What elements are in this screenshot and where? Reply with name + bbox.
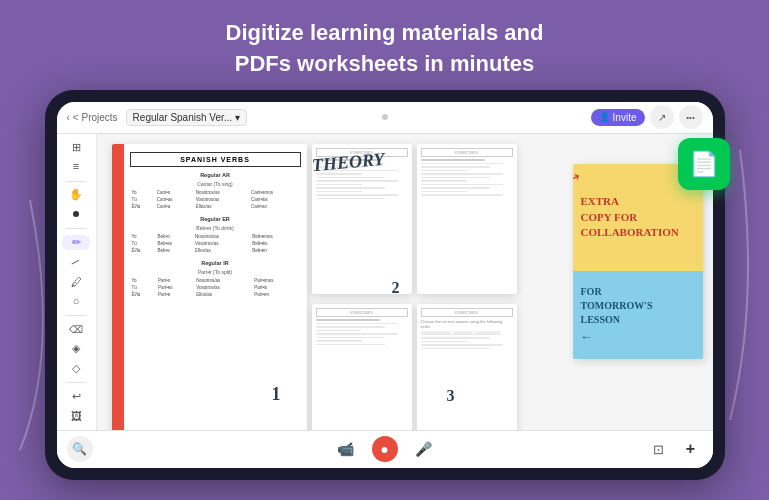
ir-row-3: Él/laPart•e Ellos/asPart•en <box>130 291 301 298</box>
share-button[interactable]: ↗ <box>650 105 674 129</box>
ir-row-2: TúPart•es Vosotros/asPart•is <box>130 284 301 291</box>
bottom-right-actions: ⊡ + <box>645 435 703 463</box>
worksheet-page-5: EXERCISES Choose the correct answer usin… <box>417 304 517 430</box>
er-header: Regular ER <box>130 216 301 222</box>
eraser-icon: ⌫ <box>69 324 83 335</box>
tool-undo[interactable]: ↩ <box>62 388 90 404</box>
header-section: Digitize learning materials and PDFs wor… <box>0 0 769 90</box>
worksheet-content: SPANISH VERBS Regular AR Cantar (To sing… <box>124 144 307 312</box>
image-icon: 🖼 <box>71 410 82 422</box>
worksheet-page-3: EXERCISES <box>417 144 517 294</box>
share-icon: ↗ <box>658 112 666 123</box>
tool-eraser[interactable]: ⌫ <box>62 321 90 337</box>
exercises-header-5: EXERCISES <box>421 308 513 317</box>
canvas-area[interactable]: THEORY SPANISH VERBS Regular AR Cantar (… <box>97 134 713 430</box>
page4-content: EXERCISES <box>312 304 412 352</box>
worksheet-page-4: EXERCISES <box>312 304 412 430</box>
ar-header: Regular AR <box>130 172 301 178</box>
menu-icon: ≡ <box>73 161 79 172</box>
back-button[interactable]: ‹ < Projects <box>67 112 118 123</box>
toolbar-separator-1 <box>66 181 86 182</box>
ar-group: Regular AR Cantar (To sing) YoCant•o Nos… <box>130 172 301 210</box>
ir-row-1: YoPart•o Nosotros/asPart•imos <box>130 277 301 284</box>
tool-shapes[interactable]: ◇ <box>62 360 90 376</box>
top-right-actions: 👤 Invite ↗ ••• <box>591 105 703 129</box>
ir-group: Regular IR Part•ir (To split) YoPart•o N… <box>130 260 301 298</box>
main-content-area: ⊞ ≡ ✋ ✏ <box>57 134 713 430</box>
document-fab-button[interactable]: 📄 <box>678 138 730 190</box>
er-row-2: TúBeb•es Vosotros/asBeb•éis <box>130 240 301 247</box>
line-icon: / <box>71 257 82 268</box>
header-line1: Digitize learning materials and <box>226 20 544 45</box>
person-icon: 👤 <box>599 112 610 122</box>
record-button[interactable]: ● <box>372 436 398 462</box>
page3-lines <box>421 159 513 196</box>
exercises-header-4: EXERCISES <box>316 308 408 317</box>
worksheet-title: SPANISH VERBS <box>130 152 301 167</box>
er-row-3: Él/laBeb•e Ellos/asBeb•en <box>130 247 301 254</box>
tablet-screen: ‹ < Projects Regular Spanish Ver... ▾ 👤 … <box>57 102 713 468</box>
search-icon: 🔍 <box>72 442 87 456</box>
pages-button[interactable]: ⊡ <box>645 435 673 463</box>
sticky-text-extra: EXTRACOPY FORCOLLABORATION <box>581 194 695 240</box>
tool-pencil[interactable]: ✏ <box>62 235 90 251</box>
tablet-device: ‹ < Projects Regular Spanish Ver... ▾ 👤 … <box>45 90 725 480</box>
invite-label: Invite <box>613 112 637 123</box>
tool-dot[interactable] <box>62 207 90 223</box>
camera-dot <box>382 114 388 120</box>
ar-row-2: TúCant•as Vosotros/asCant•áis <box>130 196 301 203</box>
er-group: Regular ER Beb•er (To drink) YoBeb•o Nos… <box>130 216 301 254</box>
ir-table: YoPart•o Nosotros/asPart•imos TúPart•es … <box>130 277 301 298</box>
ir-subtitle: Part•ir (To split) <box>130 269 301 275</box>
toolbar-separator-2 <box>66 228 86 229</box>
toolbar-separator-3 <box>66 315 86 316</box>
video-button[interactable]: 📹 <box>332 435 360 463</box>
ar-subtitle: Cantar (To sing) <box>130 181 301 187</box>
exercises-header-3: EXERCISES <box>421 148 513 157</box>
pen-icon: 🖊 <box>71 276 82 288</box>
app-background: Digitize learning materials and PDFs wor… <box>0 0 769 500</box>
hand-icon: ✋ <box>69 188 83 201</box>
er-subtitle: Beb•er (To drink) <box>130 225 301 231</box>
tool-hand[interactable]: ✋ <box>62 187 90 203</box>
chevron-left-icon: ‹ <box>67 112 70 123</box>
undo-icon: ↩ <box>72 390 81 403</box>
page-number-1: 1 <box>272 384 281 405</box>
tool-image[interactable]: 🖼 <box>62 408 90 424</box>
red-stripe <box>112 144 124 430</box>
tool-oval[interactable]: ○ <box>62 293 90 309</box>
pencil-icon: ✏ <box>72 236 81 249</box>
fill-icon: ◈ <box>72 342 80 355</box>
page-number-3: 3 <box>447 387 455 405</box>
ar-table: YoCant•o Nosotros/asCant•amos TúCant•as … <box>130 189 301 210</box>
chevron-down-icon: ▾ <box>235 112 240 123</box>
add-button[interactable]: + <box>679 437 703 461</box>
search-button[interactable]: 🔍 <box>67 436 93 462</box>
sticky-note-bottom: FORTOMORROW'SLESSON ← <box>573 271 703 359</box>
add-icon: + <box>686 440 695 458</box>
video-icon: 📹 <box>337 441 354 457</box>
layers-icon: ⊞ <box>72 141 81 154</box>
more-options-button[interactable]: ••• <box>679 105 703 129</box>
left-toolbar: ⊞ ≡ ✋ ✏ <box>57 134 97 430</box>
mic-icon: 🎤 <box>415 441 432 457</box>
record-icon: ● <box>380 441 388 457</box>
er-table: YoBeb•o Nosotros/asBeb•emos TúBeb•es Vos… <box>130 233 301 254</box>
version-dropdown[interactable]: Regular Spanish Ver... ▾ <box>126 109 248 126</box>
tool-menu[interactable]: ≡ <box>62 159 90 175</box>
er-row-1: YoBeb•o Nosotros/asBeb•emos <box>130 233 301 240</box>
mic-button[interactable]: 🎤 <box>410 435 438 463</box>
projects-label: < Projects <box>73 112 118 123</box>
tool-pen[interactable]: 🖊 <box>62 274 90 290</box>
toolbar-separator-4 <box>66 382 86 383</box>
bottom-toolbar: 🔍 📹 ● 🎤 ⊡ + <box>57 430 713 468</box>
shapes-icon: ◇ <box>72 362 80 375</box>
page3-content: EXERCISES <box>417 144 517 202</box>
oval-icon: ○ <box>73 295 80 307</box>
invite-button[interactable]: 👤 Invite <box>591 109 645 126</box>
pages-icon: ⊡ <box>653 442 664 457</box>
tool-fill[interactable]: ◈ <box>62 341 90 357</box>
tool-line[interactable]: / <box>62 254 90 270</box>
tool-layers[interactable]: ⊞ <box>62 140 90 156</box>
sticky-note: ↗ EXTRACOPY FORCOLLABORATION FORTOMORROW… <box>573 164 703 359</box>
